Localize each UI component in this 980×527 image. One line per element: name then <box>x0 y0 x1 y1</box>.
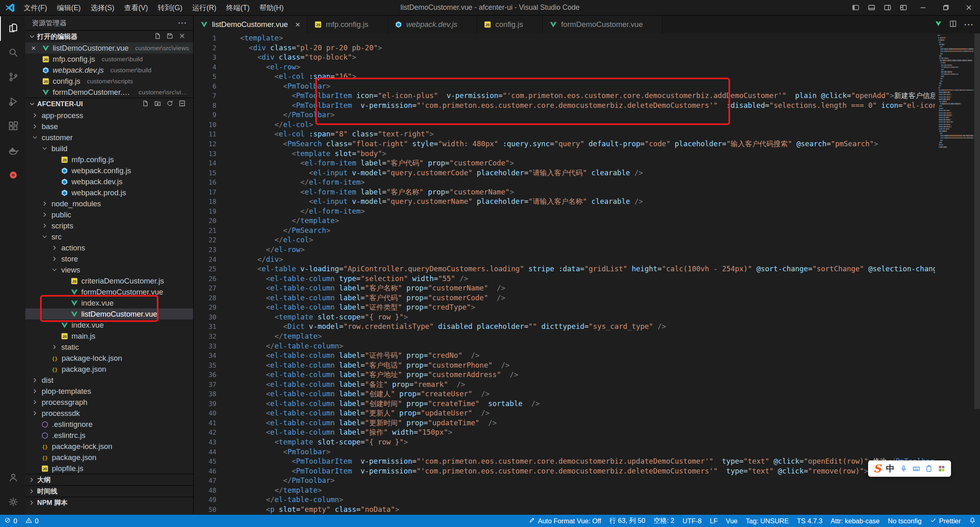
status-left-0[interactable]: 0 <box>0 515 21 527</box>
code-line-38[interactable]: 38 <el-table-column label="创建人" prop="cr… <box>194 389 935 399</box>
code-line-33[interactable]: 33 </el-table-column> <box>194 342 935 351</box>
toggle-panel-icon[interactable] <box>864 0 880 15</box>
code-line-5[interactable]: 5 <el-col :span="16"> <box>194 72 935 82</box>
file-formDemoCustomer.vue[interactable]: formDemoCustomer.vue <box>25 286 193 297</box>
code-line-34[interactable]: 34 <el-table-column label="证件号码" prop="c… <box>194 351 935 361</box>
code-line-39[interactable]: 39 <el-table-column label="创建时间" prop="c… <box>194 399 935 409</box>
folder-store[interactable]: store <box>25 253 193 264</box>
file-webpack.dev.js[interactable]: webpack.dev.js <box>25 176 193 187</box>
status-right-UTF-8[interactable]: UTF-8 <box>679 515 706 527</box>
open-editor-webpack.dev.js[interactable]: ×webpack.dev.jscustomer\build <box>25 65 193 76</box>
folder-customer[interactable]: customer <box>25 132 193 143</box>
grid-icon[interactable] <box>938 464 946 473</box>
code-line-9[interactable]: 9 </PmToolbar> <box>194 110 935 120</box>
close-window-button[interactable] <box>957 0 980 15</box>
status-right-bell[interactable] <box>965 515 980 527</box>
file-index.vue[interactable]: index.vue <box>25 319 193 330</box>
status-right-行-63-列-50[interactable]: 行 63, 列 50 <box>605 515 649 527</box>
code-line-19[interactable]: 19 </el-form-item> <box>194 207 935 217</box>
more-actions-icon[interactable]: ⋯ <box>964 19 973 30</box>
code-line-18[interactable]: 18 <el-input v-model="query.customerName… <box>194 197 935 207</box>
file-package.json[interactable]: {}package.json <box>25 452 193 463</box>
code-line-31[interactable]: 31 <Dict v-model="row.credentialsType" d… <box>194 322 935 332</box>
folder-plop-templates[interactable]: plop-templates <box>25 386 193 397</box>
folder-scripts[interactable]: scripts <box>25 220 193 231</box>
file-webpack.prod.js[interactable]: webpack.prod.js <box>25 187 193 198</box>
editor-scrollbar[interactable] <box>974 33 980 515</box>
pane-大纲[interactable]: 大纲 <box>25 474 193 485</box>
activity-settings[interactable] <box>0 490 25 515</box>
code-line-46[interactable]: 46 <PmToolbarItem v-permission="'com.pri… <box>194 467 935 476</box>
code-line-44[interactable]: 44 <PmToolbar> <box>194 447 935 457</box>
minimap[interactable] <box>938 35 973 149</box>
code-line-30[interactable]: 30 <template slot-scope="{ row }"> <box>194 313 935 322</box>
code-line-29[interactable]: 29 <el-table-column label="证件类型" prop="c… <box>194 303 935 313</box>
code-line-26[interactable]: 26 <el-table-column type="selection" wid… <box>194 274 935 284</box>
folder-public[interactable]: public <box>25 209 193 220</box>
split-editor-icon[interactable] <box>949 20 957 29</box>
scrollbar-thumb[interactable] <box>974 33 980 409</box>
status-right-Vue[interactable]: Vue <box>722 515 742 527</box>
folder-dist[interactable]: dist <box>25 375 193 386</box>
file-mfp.config.js[interactable]: JSmfp.config.js <box>25 154 193 165</box>
code-line-21[interactable]: 21 </PmSearch> <box>194 226 935 236</box>
code-line-43[interactable]: 43 <template slot-scope="{ row }"> <box>194 438 935 447</box>
code-line-12[interactable]: 12 <PmSearch class="float-right" style="… <box>194 139 935 149</box>
status-right-Attr-kebab-case[interactable]: Attr: kebab-case <box>826 515 884 527</box>
toggle-secondary-sidebar-icon[interactable] <box>880 0 895 15</box>
code-line-13[interactable]: 13 <template slot="body"> <box>194 149 935 159</box>
customize-layout-icon[interactable] <box>895 0 911 15</box>
code-line-40[interactable]: 40 <el-table-column label="更新人" prop="up… <box>194 409 935 418</box>
code-line-47[interactable]: 47 </PmToolbar> <box>194 476 935 486</box>
status-right-Tag-UNSURE[interactable]: Tag: UNSURE <box>742 515 793 527</box>
sogou-logo-icon[interactable]: S <box>873 463 881 474</box>
code-editor[interactable]: 1<template>2 <div class="pl-20 pr-20 pb-… <box>194 33 980 515</box>
tab-close-icon[interactable]: × <box>293 20 302 29</box>
new-folder-icon[interactable] <box>154 100 161 109</box>
code-line-4[interactable]: 4 <el-row> <box>194 63 935 72</box>
code-line-48[interactable]: 48 </template> <box>194 486 935 496</box>
open-editors-header[interactable]: 打开的编辑器 <box>25 30 193 42</box>
code-line-25[interactable]: 25 <el-table v-loading="ApiController.qu… <box>194 264 935 274</box>
open-editor-formDemoCustomer.vue[interactable]: ×formDemoCustomer.vuecustomer\src\views <box>25 87 193 98</box>
code-line-6[interactable]: 6 <PmToolbar> <box>194 82 935 92</box>
new-file-icon[interactable] <box>142 100 149 109</box>
new-file-icon[interactable] <box>154 32 161 41</box>
open-editor-config.js[interactable]: ×JSconfig.jscustomer\scripts <box>25 76 193 87</box>
collapse-all-icon[interactable] <box>178 100 186 109</box>
menu-item-4[interactable]: 转到(G) <box>153 0 187 15</box>
status-right-Prettier[interactable]: Prettier <box>926 515 965 527</box>
minimize-button[interactable] <box>911 0 934 15</box>
views-more-actions-icon[interactable]: ⋯ <box>178 18 187 28</box>
folder-processsdk[interactable]: processsdk <box>25 408 193 419</box>
tab-mfp.config.js[interactable]: JSmfp.config.js× <box>307 16 388 33</box>
code-line-14[interactable]: 14 <el-form-item label="客户代码" prop="cust… <box>194 159 935 168</box>
activity-docker[interactable] <box>0 139 25 163</box>
code-line-17[interactable]: 17 <el-form-item label="客户名称" prop="cust… <box>194 188 935 197</box>
file-.eslintignore[interactable]: .eslintignore <box>25 419 193 430</box>
code-line-16[interactable]: 16 </el-form-item> <box>194 178 935 188</box>
toggle-sidebar-icon[interactable] <box>848 0 864 15</box>
tab-webpack.dev.js[interactable]: webpack.dev.js× <box>388 16 477 33</box>
folder-static[interactable]: static <box>25 342 193 353</box>
keyboard-icon[interactable] <box>912 464 920 473</box>
file-package.json[interactable]: {}package.json <box>25 364 193 375</box>
code-line-32[interactable]: 32 </template> <box>194 332 935 342</box>
folder-build[interactable]: build <box>25 143 193 154</box>
refresh-icon[interactable] <box>166 100 174 109</box>
file-criteriaDemoCustomer.js[interactable]: JScriteriaDemoCustomer.js <box>25 275 193 286</box>
status-right-TS-4-7-3[interactable]: TS 4.7.3 <box>793 515 826 527</box>
file-package-lock.json[interactable]: {}package-lock.json <box>25 353 193 364</box>
restore-button[interactable] <box>934 0 957 15</box>
code-line-1[interactable]: 1<template> <box>194 33 935 43</box>
code-line-11[interactable]: 11 <el-col :span="8" class="text-right"> <box>194 130 935 139</box>
menu-item-6[interactable]: 终端(T) <box>221 0 254 15</box>
menu-item-1[interactable]: 编辑(E) <box>52 0 85 15</box>
file-listDemoCustomer.vue[interactable]: listDemoCustomer.vue <box>25 308 193 319</box>
code-line-28[interactable]: 28 <el-table-column label="客户代码" prop="c… <box>194 293 935 303</box>
code-line-35[interactable]: 35 <el-table-column label="客户电话" prop="c… <box>194 361 935 371</box>
status-right-No-tsconfig[interactable]: No tsconfig <box>884 515 926 527</box>
file-.eslintrc.js[interactable]: .eslintrc.js <box>25 430 193 441</box>
file-main.js[interactable]: JSmain.js <box>25 330 193 342</box>
status-right-LF[interactable]: LF <box>706 515 722 527</box>
